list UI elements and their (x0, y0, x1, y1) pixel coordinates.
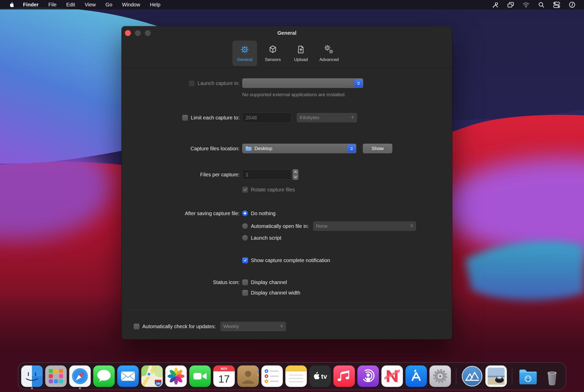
do-nothing-radio[interactable] (242, 211, 248, 216)
wifi-icon[interactable] (520, 1, 532, 9)
updates-checkbox[interactable] (134, 324, 139, 329)
files-per-capture-field: 1 (242, 169, 291, 180)
popup-chevrons-icon (410, 223, 414, 229)
system-preferences-icon[interactable] (429, 365, 451, 387)
notification-checkbox[interactable] (242, 258, 248, 263)
menu-item-help[interactable]: Help (145, 2, 165, 8)
files-per-capture-label: Files per capture: (200, 172, 240, 178)
display-channel-checkbox[interactable] (242, 279, 248, 285)
menu-bar: Finder File Edit View Go Window Help (0, 0, 584, 9)
messages-icon[interactable] (93, 365, 115, 387)
menu-item-edit[interactable]: Edit (61, 2, 80, 8)
launch-capture-row: Launch capture in: (122, 78, 452, 88)
display-channel-label: Display channel (251, 279, 287, 285)
limit-unit-popup: Kilobytes (297, 113, 357, 122)
after-saving-label: After saving capture file: (185, 211, 240, 216)
finder-icon[interactable] (21, 365, 43, 387)
viewer-app-icon[interactable] (485, 365, 507, 387)
menu-item-window[interactable]: Window (117, 2, 145, 8)
tools-icon[interactable] (489, 1, 501, 9)
after-saving-row-3: Launch script (122, 233, 452, 242)
popup-chevrons-icon (280, 324, 284, 329)
mail-icon[interactable] (117, 365, 139, 387)
desktop: Finder File Edit View Go Window Help (0, 0, 584, 392)
limit-capture-label: Limit each capture to: (191, 115, 240, 121)
tab-advanced[interactable]: Advanced (317, 41, 341, 66)
control-center-icon[interactable] (551, 1, 563, 9)
after-saving-row-1: After saving capture file: Do nothing (122, 209, 452, 218)
launch-capture-label: Launch capture in: (197, 80, 240, 86)
tab-sensors[interactable]: Sensors (261, 41, 285, 66)
facetime-icon[interactable] (189, 365, 211, 387)
capture-location-popup[interactable]: Desktop (242, 144, 356, 153)
capture-location-value: Desktop (254, 146, 272, 151)
status-icon-label: Status icon: (213, 279, 240, 285)
window-title: General (122, 26, 452, 40)
apple-tv-icon[interactable]: tv (309, 365, 331, 387)
do-nothing-label: Do nothing (251, 211, 276, 216)
dock: 280 (18, 362, 566, 390)
tab-general[interactable]: General (232, 41, 257, 66)
stepper-up-icon[interactable] (293, 169, 298, 175)
tab-upload[interactable]: Upload (289, 41, 313, 66)
menu-item-file[interactable]: File (43, 2, 61, 8)
limit-capture-row: Limit each capture to: 2048 Kilobytes (122, 112, 452, 123)
cube-icon (268, 45, 278, 56)
calendar-month-label: NOV (221, 367, 227, 371)
files-per-capture-stepper[interactable] (293, 169, 298, 180)
podcasts-icon[interactable] (357, 365, 379, 387)
maps-icon[interactable]: 280 (141, 365, 163, 387)
news-icon[interactable] (381, 365, 403, 387)
menu-item-view[interactable]: View (80, 2, 101, 8)
auto-open-label: Automatically open file in: (251, 223, 309, 229)
menu-item-app[interactable]: Finder (18, 2, 43, 8)
downloads-folder-icon[interactable] (517, 365, 539, 387)
after-saving-row-2: Automatically open file in: None (122, 222, 452, 231)
status-icon-row-2: Display channel width (122, 288, 452, 297)
apple-menu-icon[interactable] (7, 2, 18, 8)
updates-popup: Weekly (220, 322, 286, 331)
menu-item-go[interactable]: Go (101, 2, 117, 8)
capture-location-label: Capture files location: (191, 146, 240, 152)
search-icon[interactable] (535, 1, 547, 9)
reminders-icon[interactable] (261, 365, 283, 387)
rotate-capture-checkbox (242, 187, 248, 193)
status-icon-row-1: Status icon: Display channel (122, 278, 452, 287)
contacts-icon[interactable] (237, 365, 259, 387)
toolbar-divider (122, 68, 452, 68)
show-button[interactable]: Show (363, 144, 392, 153)
limit-size-field: 2048 (242, 113, 291, 123)
rotate-capture-label: Rotate capture files (251, 187, 295, 193)
photos-icon[interactable] (165, 365, 187, 387)
rotate-capture-row: Rotate capture files (122, 185, 452, 194)
preferences-window: General General Sensors Upload (122, 26, 452, 339)
window-titlebar: General (122, 26, 452, 40)
capture-app-icon[interactable] (461, 365, 483, 387)
popup-chevrons-icon (354, 79, 363, 87)
running-indicator (31, 387, 33, 389)
clock-icon[interactable] (566, 1, 578, 9)
launch-capture-checkbox (189, 80, 195, 86)
display-channel-width-label: Display channel width (251, 290, 300, 296)
limit-capture-checkbox[interactable] (182, 115, 188, 121)
auto-open-popup-value: None (316, 223, 328, 229)
tab-label: General (237, 57, 252, 62)
display-channel-width-checkbox[interactable] (242, 290, 248, 296)
notes-icon[interactable] (285, 365, 307, 387)
display-mirroring-icon[interactable] (505, 1, 517, 9)
appletv-label: tv (321, 373, 327, 380)
auto-open-popup: None (313, 221, 416, 231)
launch-script-radio[interactable] (242, 235, 248, 241)
app-store-icon[interactable] (405, 365, 427, 387)
trash-icon[interactable] (541, 365, 563, 387)
launchpad-icon[interactable] (45, 365, 67, 387)
running-indicator (79, 387, 81, 389)
stepper-down-icon[interactable] (293, 175, 298, 180)
safari-icon[interactable] (69, 365, 91, 387)
launch-capture-popup[interactable] (242, 78, 363, 88)
calendar-icon[interactable]: NOV 17 (213, 365, 235, 387)
limit-unit-value: Kilobytes (300, 115, 319, 120)
music-icon[interactable] (333, 365, 355, 387)
capture-location-row: Capture files location: Desktop Show (122, 143, 452, 154)
auto-open-radio[interactable] (242, 223, 248, 229)
